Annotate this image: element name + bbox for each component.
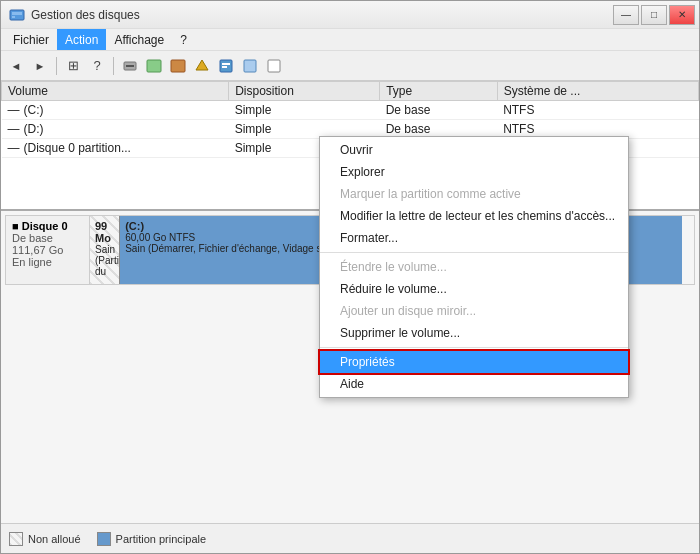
svg-marker-7 — [196, 60, 208, 70]
context-menu-separator — [320, 252, 628, 253]
legend-label-primary: Partition principale — [116, 533, 207, 545]
svg-rect-12 — [268, 60, 280, 72]
cell-volume: —(D:) — [2, 120, 229, 139]
toolbar-btn-3[interactable] — [119, 55, 141, 77]
legend-label-unallocated: Non alloué — [28, 533, 81, 545]
main-content: Volume Disposition Type Système de ... —… — [1, 81, 699, 523]
context-menu-separator — [320, 347, 628, 348]
context-menu-item-properties[interactable]: Propriétés — [320, 351, 628, 373]
svg-rect-9 — [222, 63, 230, 65]
partition-label: 99 Mo — [95, 220, 114, 244]
context-menu-item-mirror: Ajouter un disque miroir... — [320, 300, 628, 322]
toolbar-sep-1 — [56, 57, 57, 75]
disk-status: En ligne — [12, 256, 83, 268]
legend-unallocated: Non alloué — [9, 532, 81, 546]
title-bar: Gestion des disques — □ ✕ — [1, 1, 699, 29]
legend-primary: Partition principale — [97, 532, 207, 546]
context-menu-item-help[interactable]: Aide — [320, 373, 628, 395]
partition-status: Sain (Partition du — [95, 244, 114, 277]
toolbar-btn-2[interactable]: ? — [86, 55, 108, 77]
minimize-button[interactable]: — — [613, 5, 639, 25]
disk-name: ■ Disque 0 — [12, 220, 83, 232]
toolbar-btn-4[interactable] — [143, 55, 165, 77]
svg-rect-10 — [222, 66, 227, 68]
cell-systeme: NTFS — [497, 101, 698, 120]
svg-rect-4 — [126, 65, 134, 67]
context-menu-item-open[interactable]: Ouvrir — [320, 139, 628, 161]
disk-partition-unalloc[interactable]: 99 MoSain (Partition du — [90, 216, 120, 284]
toolbar-sep-2 — [113, 57, 114, 75]
toolbar-btn-9[interactable] — [263, 55, 285, 77]
menu-action[interactable]: Action — [57, 29, 106, 50]
col-header-volume: Volume — [2, 82, 229, 101]
col-header-disposition: Disposition — [229, 82, 380, 101]
toolbar-btn-6[interactable] — [191, 55, 213, 77]
cell-type: De base — [380, 101, 497, 120]
toolbar-btn-7[interactable] — [215, 55, 237, 77]
cell-volume: —(C:) — [2, 101, 229, 120]
legend-box-primary — [97, 532, 111, 546]
context-menu-item-shrink[interactable]: Réduire le volume... — [320, 278, 628, 300]
disk-type: De base — [12, 232, 83, 244]
title-bar-controls: — □ ✕ — [613, 5, 695, 25]
svg-rect-11 — [244, 60, 256, 72]
context-menu-item-format[interactable]: Formater... — [320, 227, 628, 249]
menu-fichier[interactable]: Fichier — [5, 29, 57, 50]
svg-rect-6 — [171, 60, 185, 72]
app-icon — [9, 7, 25, 23]
menu-bar: Fichier Action Affichage ? — [1, 29, 699, 51]
cell-disposition: Simple — [229, 101, 380, 120]
svg-rect-1 — [12, 12, 22, 15]
menu-affichage[interactable]: Affichage — [106, 29, 172, 50]
back-button[interactable]: ◄ — [5, 55, 27, 77]
context-menu-item-extend: Étendre le volume... — [320, 256, 628, 278]
context-menu-item-explore[interactable]: Explorer — [320, 161, 628, 183]
title-bar-left: Gestion des disques — [9, 7, 140, 23]
window-title: Gestion des disques — [31, 8, 140, 22]
close-button[interactable]: ✕ — [669, 5, 695, 25]
toolbar-btn-8[interactable] — [239, 55, 261, 77]
svg-rect-2 — [12, 16, 15, 18]
context-menu-item-change-letter[interactable]: Modifier la lettre de lecteur et les che… — [320, 205, 628, 227]
context-menu-item-mark-active: Marquer la partition comme active — [320, 183, 628, 205]
cell-volume: —(Disque 0 partition... — [2, 139, 229, 158]
menu-help[interactable]: ? — [172, 29, 195, 50]
forward-button[interactable]: ► — [29, 55, 51, 77]
context-menu: OuvrirExplorerMarquer la partition comme… — [319, 136, 629, 398]
disk-size: 111,67 Go — [12, 244, 83, 256]
toolbar-btn-1[interactable]: ⊞ — [62, 55, 84, 77]
main-window: Gestion des disques — □ ✕ Fichier Action… — [0, 0, 700, 554]
disk-label: ■ Disque 0 De base 111,67 Go En ligne — [5, 215, 90, 285]
svg-rect-5 — [147, 60, 161, 72]
legend-box-unallocated — [9, 532, 23, 546]
col-header-type: Type — [380, 82, 497, 101]
toolbar-btn-5[interactable] — [167, 55, 189, 77]
status-bar: Non alloué Partition principale — [1, 523, 699, 553]
toolbar: ◄ ► ⊞ ? — [1, 51, 699, 81]
maximize-button[interactable]: □ — [641, 5, 667, 25]
table-row[interactable]: —(C:) Simple De base NTFS — [2, 101, 699, 120]
col-header-systeme: Système de ... — [497, 82, 698, 101]
context-menu-item-delete[interactable]: Supprimer le volume... — [320, 322, 628, 344]
